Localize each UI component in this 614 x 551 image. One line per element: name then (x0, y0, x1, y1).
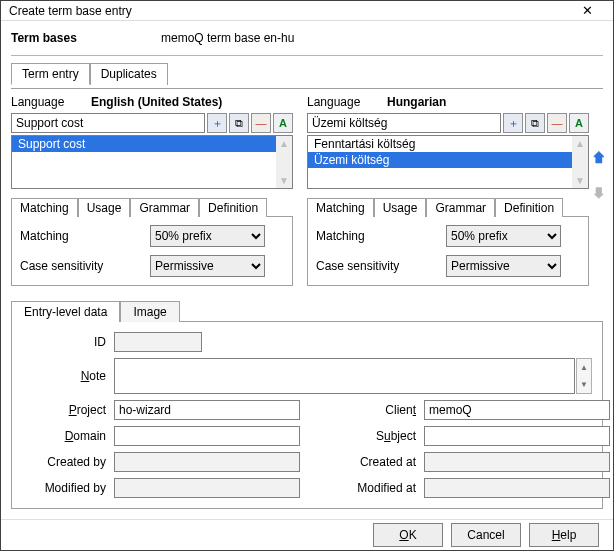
reorder-arrows: 🡅 🡇 (592, 151, 606, 201)
language-label: Language (11, 95, 91, 109)
tab-duplicates[interactable]: Duplicates (90, 63, 168, 85)
domain-field[interactable] (114, 426, 300, 446)
created-by-field (114, 452, 300, 472)
source-language-column: Language English (United States) ＋ ⧉ — A… (11, 95, 293, 286)
note-label: Note (22, 369, 114, 383)
scroll-down-icon[interactable]: ▼ (575, 175, 585, 186)
subtab-matching[interactable]: Matching (11, 198, 78, 217)
source-term-input[interactable] (11, 113, 205, 133)
tab-image[interactable]: Image (120, 301, 179, 322)
termbases-label: Term bases (11, 31, 161, 45)
subtab-grammar[interactable]: Grammar (426, 198, 495, 217)
help-button[interactable]: Help (529, 523, 599, 547)
subtab-usage[interactable]: Usage (78, 198, 131, 217)
matching-select[interactable]: 50% prefix (446, 225, 561, 247)
close-icon[interactable]: ✕ (567, 3, 607, 18)
created-at-label: Created at (332, 455, 424, 469)
add-term-icon[interactable]: ＋ (207, 113, 227, 133)
modified-at-field (424, 478, 610, 498)
modified-at-label: Modified at (332, 481, 424, 495)
content-area: Term bases memoQ term base en-hu Term en… (1, 21, 613, 519)
scroll-down-icon[interactable]: ▼ (279, 175, 289, 186)
clone-term-icon[interactable]: ⧉ (229, 113, 249, 133)
entry-tabs: Entry-level data Image (11, 300, 603, 321)
source-terms-list[interactable]: Support cost ▲ ▼ (11, 135, 293, 189)
remove-term-icon[interactable]: — (251, 113, 271, 133)
termbases-value: memoQ term base en-hu (161, 31, 294, 45)
case-label: Case sensitivity (316, 259, 446, 273)
subtab-matching[interactable]: Matching (307, 198, 374, 217)
matching-label: Matching (316, 229, 446, 243)
cancel-button[interactable]: Cancel (451, 523, 521, 547)
subtab-grammar[interactable]: Grammar (130, 198, 199, 217)
matching-pane: Matching 50% prefix Case sensitivity Per… (11, 216, 293, 286)
remove-term-icon[interactable]: — (547, 113, 567, 133)
list-item[interactable]: Fenntartási költség (308, 136, 572, 152)
target-language-name: Hungarian (387, 95, 446, 109)
created-by-label: Created by (22, 455, 114, 469)
note-stepper[interactable]: ▲▼ (576, 358, 592, 394)
tab-term-entry[interactable]: Term entry (11, 63, 90, 85)
domain-label: Domain (22, 429, 114, 443)
id-label: ID (22, 335, 114, 349)
footer: OK Cancel Help (1, 519, 613, 550)
case-select[interactable]: Permissive (150, 255, 265, 277)
matching-select[interactable]: 50% prefix (150, 225, 265, 247)
modified-by-field (114, 478, 300, 498)
chevron-down-icon[interactable]: ▼ (577, 376, 591, 393)
created-at-field (424, 452, 610, 472)
list-item[interactable]: Üzemi költség (308, 152, 572, 168)
top-tabs: Term entry Duplicates (11, 62, 603, 84)
scroll-up-icon[interactable]: ▲ (279, 138, 289, 149)
subject-label: Subject (332, 429, 424, 443)
client-field[interactable] (424, 400, 610, 420)
note-field[interactable] (114, 358, 575, 394)
format-icon[interactable]: A (569, 113, 589, 133)
subject-field[interactable] (424, 426, 610, 446)
language-label: Language (307, 95, 387, 109)
scroll-up-icon[interactable]: ▲ (575, 138, 585, 149)
project-field[interactable] (114, 400, 300, 420)
case-select[interactable]: Permissive (446, 255, 561, 277)
target-term-input[interactable] (307, 113, 501, 133)
format-icon[interactable]: A (273, 113, 293, 133)
tab-entry-level-data[interactable]: Entry-level data (11, 301, 120, 322)
window-title: Create term base entry (7, 4, 567, 18)
case-label: Case sensitivity (20, 259, 150, 273)
subtab-definition[interactable]: Definition (199, 198, 267, 217)
clone-term-icon[interactable]: ⧉ (525, 113, 545, 133)
titlebar: Create term base entry ✕ (1, 1, 613, 21)
move-down-icon[interactable]: 🡇 (592, 187, 606, 201)
project-label: Project (22, 403, 114, 417)
languages-panel: Language English (United States) ＋ ⧉ — A… (11, 88, 603, 286)
target-terms-list[interactable]: Fenntartási költség Üzemi költség ▲ ▼ (307, 135, 589, 189)
id-field (114, 332, 202, 352)
entry-pane: ID Note ▲▼ Project Domain (11, 321, 603, 509)
dialog-window: Create term base entry ✕ Term bases memo… (0, 0, 614, 551)
ok-button[interactable]: OK (373, 523, 443, 547)
subtab-definition[interactable]: Definition (495, 198, 563, 217)
scrollbar[interactable]: ▲ ▼ (572, 136, 588, 188)
client-label: Client (332, 403, 424, 417)
target-language-column: 🡅 🡇 Language Hungarian ＋ ⧉ — A Fenntartá (307, 95, 603, 286)
matching-pane: Matching 50% prefix Case sensitivity Per… (307, 216, 589, 286)
chevron-up-icon[interactable]: ▲ (577, 359, 591, 376)
list-item[interactable]: Support cost (12, 136, 276, 152)
add-term-icon[interactable]: ＋ (503, 113, 523, 133)
matching-label: Matching (20, 229, 150, 243)
modified-by-label: Modified by (22, 481, 114, 495)
subtab-usage[interactable]: Usage (374, 198, 427, 217)
move-up-icon[interactable]: 🡅 (592, 151, 606, 165)
source-language-name: English (United States) (91, 95, 222, 109)
termbases-row: Term bases memoQ term base en-hu (11, 27, 603, 56)
scrollbar[interactable]: ▲ ▼ (276, 136, 292, 188)
